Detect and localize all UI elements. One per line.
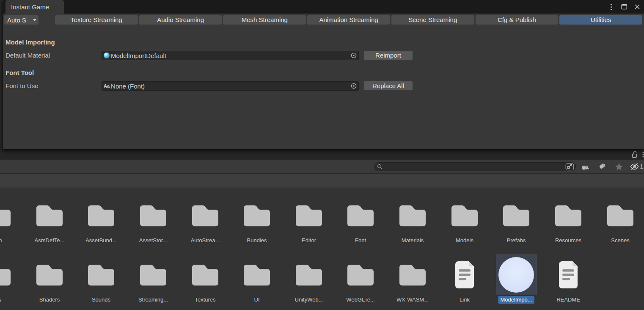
project-item-prefabs[interactable]: Prefabs [490,195,542,244]
document-icon [557,261,579,288]
item-label: Font [335,237,386,244]
project-item-materials[interactable]: Materials [387,195,438,244]
project-item-assetstor[interactable]: AssetStor... [127,195,179,244]
project-item-asmdefte[interactable]: AsmDefTe... [24,195,75,244]
project-item-streaming[interactable]: Streaming... [127,255,179,303]
item-label: Textures [179,296,231,303]
reimport-button[interactable]: Reimport [363,50,413,60]
material-sphere-preview-icon [498,257,534,293]
folder-icon [502,204,530,227]
tab-animation-streaming[interactable]: Animation Streaming [307,15,390,25]
folder-icon [295,263,323,286]
favorites-star-icon[interactable] [611,161,627,172]
item-label: AssetStor... [127,237,179,244]
project-item-unityweb[interactable]: UnityWeb... [283,255,335,303]
item-label: ots [0,296,23,303]
folder-icon [399,263,427,286]
project-subbar [0,173,644,188]
tab-mesh-streaming[interactable]: Mesh Streaming [223,15,306,25]
streaming-toolbar: Auto S Texture StreamingAudio StreamingM… [3,14,644,26]
item-label: Materials [387,237,438,244]
font-to-use-value: None (Font) [111,83,350,90]
search-icon [377,164,383,170]
material-preview-tile [496,255,537,295]
tab-instant-game[interactable]: Instant Game [6,0,64,14]
folder-icon [451,204,479,227]
search-input[interactable] [383,163,564,170]
folder-icon [554,204,582,227]
project-item-scenes[interactable]: Scenes [594,195,644,244]
object-picker-icon[interactable] [350,83,357,90]
instant-game-window: Instant Game [3,0,644,149]
project-item-ots[interactable]: ots [0,255,23,303]
maximize-icon[interactable] [620,3,628,11]
close-icon[interactable] [633,3,641,11]
project-item-editor[interactable]: Editor [283,195,335,244]
project-files-grid: tionAsmDefTe...AssetBund...AssetStor...A… [0,188,644,310]
project-item-modelimpo[interactable]: ModelImpo... [490,255,542,304]
folder-icon [191,204,219,227]
project-item-wx-wasm[interactable]: WX-WASM... [387,255,438,303]
auto-streaming-dropdown[interactable]: Auto S [4,15,39,25]
item-label: Streaming... [127,296,179,303]
eye-slash-icon [630,163,639,171]
item-label: UnityWeb... [283,296,335,303]
open-search-window-icon[interactable] [564,163,575,171]
item-label: Prefabs [490,237,542,244]
kebab-menu-icon[interactable] [607,3,615,11]
item-label: README [542,296,594,303]
hidden-count: 1 [640,163,644,170]
object-picker-icon[interactable] [350,52,357,59]
search-by-label-icon[interactable] [594,161,610,172]
unlock-icon[interactable] [630,150,639,159]
project-item-webglte[interactable]: WebGLTe... [335,255,386,303]
tab-audio-streaming[interactable]: Audio Streaming [139,15,222,25]
folder-icon [139,263,167,286]
item-label: Sounds [75,296,127,303]
item-label: Editor [283,237,335,244]
item-label: Models [439,237,490,244]
tab-utilities[interactable]: Utilities [559,15,642,25]
item-label: AsmDefTe... [24,237,75,244]
project-item-link[interactable]: Link [439,255,490,303]
document-icon [454,261,476,288]
tab-scene-streaming[interactable]: Scene Streaming [391,15,474,25]
panel-kebab-menu-icon[interactable] [641,151,644,158]
project-panel-header [0,149,644,160]
folder-icon [36,204,63,227]
project-item-font[interactable]: Font [335,195,386,244]
font-aa-icon: Aa [104,83,110,89]
folder-icon [0,204,11,227]
project-item-assetbund[interactable]: AssetBund... [75,195,127,244]
project-item-sounds[interactable]: Sounds [75,255,127,303]
project-item-ui[interactable]: UI [231,255,283,303]
project-item-readme[interactable]: README [542,255,594,303]
item-label: Bundles [231,237,283,244]
project-item-textures[interactable]: Textures [179,255,231,303]
project-item-shaders[interactable]: Shaders [24,255,75,303]
default-material-object-field[interactable]: ModelImportDefault [102,51,359,60]
search-field[interactable] [374,162,576,171]
window-titlebar: Instant Game [3,0,644,14]
item-label: AutoStrea... [179,237,231,244]
project-item-autostrea[interactable]: AutoStrea... [179,195,231,244]
project-item-tion[interactable]: tion [0,195,23,244]
folder-icon [0,263,11,286]
folder-icon [139,204,167,227]
search-by-type-icon[interactable] [577,161,593,172]
project-item-models[interactable]: Models [439,195,490,244]
project-item-resources[interactable]: Resources [542,195,594,244]
tab-cfg-publish[interactable]: Cfg & Publish [476,15,559,25]
replace-all-button[interactable]: Replace All [363,81,413,91]
folder-icon [606,204,634,227]
tab-texture-streaming[interactable]: Texture Streaming [55,15,138,25]
font-to-use-object-field[interactable]: Aa None (Font) [102,81,359,91]
item-label: ModelImpo... [490,296,542,304]
font-to-use-label: Font to Use [6,82,39,89]
item-label: Scenes [594,237,644,244]
project-item-bundles[interactable]: Bundles [231,195,283,244]
item-label: Shaders [24,296,75,303]
project-toolbar: 1 [0,160,644,173]
item-label: AssetBund... [75,237,127,244]
hidden-items-toggle[interactable]: 1 [628,161,644,172]
